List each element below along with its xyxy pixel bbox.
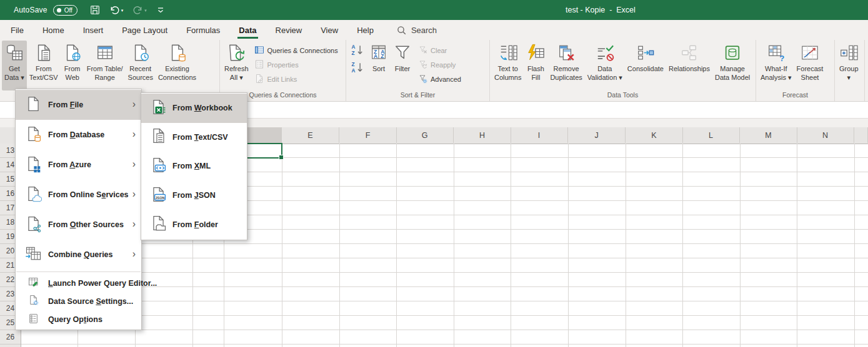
menu-item-query-options[interactable]: Query Options [16, 311, 141, 329]
from-web-button[interactable]: FromWeb [61, 41, 84, 90]
menu-item-data-source-settings[interactable]: Data Source Settings... [16, 292, 141, 310]
menu-item-from-workbook[interactable]: From Workbook [141, 94, 247, 123]
menu-item-launch-power-query-editor[interactable]: Launch Power Query Editor... [16, 274, 141, 292]
search-icon [397, 26, 406, 35]
tab-help[interactable]: Help [347, 20, 383, 40]
chevron-right-icon: › [132, 159, 136, 170]
clear16-icon [417, 45, 427, 56]
sort-label: Sort [372, 65, 385, 74]
sort-button[interactable]: ZAAZSort [367, 41, 391, 90]
manage-data-model-button[interactable]: ManageData Model [712, 41, 752, 90]
relationships-label: Relationships [669, 65, 710, 74]
gridline-vertical [396, 144, 397, 347]
menu-item-from-text-csv[interactable]: From Text/CSV [141, 123, 247, 152]
tab-page-layout[interactable]: Page Layout [112, 20, 177, 40]
column-header-e[interactable]: E [282, 127, 339, 143]
column-header-i[interactable]: I [511, 127, 568, 143]
m-azure-icon [25, 155, 42, 175]
relationships-button[interactable]: Relationships [666, 41, 712, 90]
menu-item-from-xml[interactable]: From XML [141, 152, 247, 181]
tab-view[interactable]: View [311, 20, 347, 40]
menu-item-from-other-sources[interactable]: From Other Sources› [16, 210, 141, 240]
fill-handle[interactable] [279, 155, 284, 160]
menu-item-from-folder[interactable]: From Folder [141, 210, 247, 239]
group-label [835, 90, 864, 101]
tab-formulas[interactable]: Formulas [177, 20, 229, 40]
flash-fill-button[interactable]: FlashFill [524, 41, 547, 90]
advanced-button[interactable]: Advanced [414, 72, 464, 86]
ribbon-group-g5: Group▾ [835, 40, 865, 101]
redo-dropdown-icon: ▾ [144, 8, 147, 12]
column-header-j[interactable]: J [568, 127, 626, 143]
remove-duplicates-button[interactable]: RemoveDuplicates [547, 41, 584, 90]
column-header[interactable] [854, 127, 868, 143]
reapply-button[interactable]: Reapply [414, 57, 464, 72]
tab-data[interactable]: Data [229, 20, 266, 40]
edit-links-button[interactable]: Edit Links [251, 72, 341, 86]
menu-item-label: From Folder [172, 220, 218, 229]
row-header-26[interactable]: 26 [0, 330, 21, 345]
undo-button[interactable]: ▾ [109, 5, 124, 16]
existing-connections-button[interactable]: ExistingConnections [156, 41, 199, 90]
sort-ascending-button[interactable]: AZ [349, 44, 366, 58]
recent-icon [131, 43, 150, 65]
column-header-m[interactable]: M [740, 127, 797, 143]
save-button[interactable] [90, 5, 100, 15]
from-table-range-button[interactable]: From Table/Range [84, 41, 126, 90]
forecast-sheet-button[interactable]: ForecastSheet [794, 41, 826, 90]
column-header-k[interactable]: K [626, 127, 683, 143]
recent-sources-button[interactable]: RecentSources [126, 41, 156, 90]
text-to-columns-button[interactable]: Text toColumns [492, 41, 524, 90]
column-header-g[interactable]: G [396, 127, 454, 143]
customize-toolbar-button[interactable] [156, 6, 165, 14]
refresh-all-button[interactable]: RefreshAll ▾ [222, 41, 251, 90]
menu-item-combine-queries[interactable]: Combine Queries› [16, 240, 141, 270]
from-text-csv-button[interactable]: FromText/CSV [27, 41, 61, 90]
data-validation-button[interactable]: DataValidation ▾ [585, 41, 625, 90]
tab-file[interactable]: File [1, 20, 33, 40]
cons32-icon [636, 43, 655, 65]
menu-item-from-online-services[interactable]: From Online Services› [16, 180, 141, 210]
clear-label: Clear [431, 47, 447, 54]
whatif32-icon: ? [767, 43, 786, 65]
search-box[interactable]: Search [397, 20, 437, 40]
button-column: Queries & ConnectionsPropertiesEdit Link… [251, 41, 341, 90]
menu-item-from-json[interactable]: JSONFrom JSON [141, 181, 247, 210]
az16-icon: AZ [351, 43, 364, 59]
queries-connections-button[interactable]: Queries & Connections [251, 43, 341, 57]
tab-insert[interactable]: Insert [74, 20, 113, 40]
get-data-button[interactable]: GetData ▾ [2, 41, 27, 90]
from-text-csv-label: FromText/CSV [29, 65, 58, 82]
group-button[interactable]: Group▾ [837, 41, 861, 90]
column-header-h[interactable]: H [454, 127, 511, 143]
menu-item-from-database[interactable]: From Database› [16, 120, 141, 150]
redo-button[interactable]: ▾ [132, 5, 147, 16]
excel-window: AutoSave Off ▾ ▾ test - Kopie - Excel F [0, 0, 868, 347]
get-data-icon [5, 43, 24, 65]
column-header-l[interactable]: L [682, 127, 740, 143]
tab-home[interactable]: Home [33, 20, 74, 40]
csvdoc-iconbox [34, 43, 53, 65]
refresh-icon [227, 43, 246, 65]
tablerange-iconbox [96, 43, 114, 65]
what-if-analysis-button[interactable]: ?What-IfAnalysis ▾ [758, 41, 794, 90]
group-label: Sort & Filter [346, 90, 489, 101]
m-online-icon [25, 185, 42, 205]
properties-button[interactable]: Properties [251, 57, 341, 72]
menu-item-from-azure[interactable]: From Azure› [16, 150, 141, 180]
menu-item-from-file[interactable]: From File› [16, 90, 141, 120]
rel32-iconbox [680, 43, 699, 65]
filter-button[interactable]: Filter [391, 41, 414, 90]
tab-review[interactable]: Review [266, 20, 312, 40]
ttc32-icon [499, 43, 517, 65]
consolidate-button[interactable]: Consolidate [625, 41, 666, 90]
clear-button[interactable]: Clear [414, 43, 464, 57]
column-header-f[interactable]: F [339, 127, 397, 143]
cons32-iconbox [636, 43, 655, 65]
autosave-toggle[interactable]: Off [53, 5, 77, 16]
advanced16-icon [417, 74, 427, 85]
row-header-27[interactable]: 27 [0, 345, 21, 347]
gridline-vertical [339, 144, 340, 347]
sort-descending-button[interactable]: ZA [349, 61, 366, 76]
column-header-n[interactable]: N [797, 127, 854, 143]
